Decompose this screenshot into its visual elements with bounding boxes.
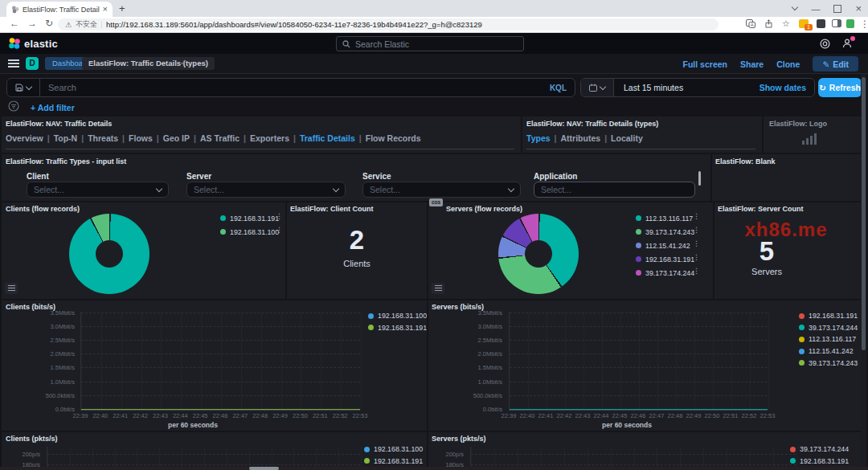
legend-options-icon[interactable]: ⋮: [276, 226, 283, 234]
legend-options-icon[interactable]: ⋮: [276, 212, 283, 220]
add-filter-button[interactable]: + Add filter: [31, 103, 75, 112]
browser-menu-icon[interactable]: ⋮: [860, 19, 868, 29]
query-search-input[interactable]: Search KQL: [6, 78, 575, 97]
legend-options-icon[interactable]: ⋮: [693, 226, 700, 234]
forward-icon[interactable]: →: [27, 18, 37, 28]
servers-donut-chart[interactable]: [498, 214, 579, 294]
window-maximize-icon[interactable]: [833, 5, 841, 13]
legend-item[interactable]: 39.173.174.244: [790, 443, 858, 456]
nav-link-geo-ip[interactable]: Geo IP: [163, 133, 190, 143]
legend-options-icon[interactable]: ⋮: [693, 239, 700, 247]
select-server[interactable]: Select...: [186, 182, 346, 198]
back-icon[interactable]: ←: [10, 18, 19, 28]
select-service[interactable]: Select...: [362, 182, 521, 198]
share-icon[interactable]: [764, 19, 773, 28]
select-application[interactable]: Select...: [534, 182, 695, 198]
clone-button[interactable]: Clone: [776, 59, 800, 69]
reload-icon[interactable]: ↻: [45, 18, 53, 28]
legend-toggle-button[interactable]: [432, 283, 444, 294]
vertical-scrollbar-thumb[interactable]: [862, 77, 866, 350]
legend-item[interactable]: 192.168.31.191: [368, 322, 427, 334]
nav-separator: |: [47, 133, 50, 143]
translate-icon[interactable]: A: [746, 19, 755, 28]
browser-tab[interactable]: ElastiFlow: Traffic Details (typ ×: [6, 2, 113, 17]
legend-item[interactable]: 192.168.31.191: [790, 456, 858, 468]
elastic-logo-icon[interactable]: [8, 37, 21, 50]
time-picker[interactable]: Last 15 minutes Show dates: [580, 78, 815, 97]
window-close-icon[interactable]: ×: [855, 2, 862, 14]
vertical-scrollbar[interactable]: [861, 74, 866, 467]
gridline-horizontal: [510, 326, 768, 327]
server-count-label: Servers: [714, 267, 819, 276]
legend-color-dot: [799, 360, 805, 366]
panel-client-count: ElastiFlow: Client Count 2 Clients: [287, 202, 427, 299]
legend-item[interactable]: 39.173.174.243⋮: [636, 225, 700, 239]
refresh-button[interactable]: ↻Refresh: [818, 78, 862, 97]
legend-options-icon[interactable]: ⋮: [693, 253, 700, 261]
legend-item[interactable]: 112.15.41.242: [799, 345, 866, 358]
nav-link-exporters[interactable]: Exporters: [250, 133, 289, 143]
nav-link-traffic-details[interactable]: Traffic Details: [300, 133, 355, 143]
time-range-label[interactable]: Last 15 minutes: [624, 83, 760, 92]
legend-item[interactable]: 112.15.41.242⋮: [636, 239, 700, 252]
clients-donut-chart[interactable]: [69, 214, 149, 294]
legend-item[interactable]: 39.173.174.244⋮: [636, 266, 700, 280]
tab-close-icon[interactable]: ×: [103, 5, 108, 14]
window-minimize-icon[interactable]: —: [811, 4, 820, 14]
legend-item[interactable]: 192.168.31.191⋮: [220, 211, 283, 225]
kql-button[interactable]: KQL: [550, 84, 567, 92]
nav-link-overview[interactable]: Overview: [6, 133, 43, 143]
nav-link-locality[interactable]: Locality: [611, 133, 643, 143]
nav-link-flows[interactable]: Flows: [129, 133, 153, 143]
legend-toggle-button[interactable]: [5, 283, 18, 294]
notification-dot: [850, 36, 855, 41]
select-client[interactable]: Select...: [27, 182, 169, 198]
window-chevron-icon[interactable]: [792, 4, 798, 10]
share-button[interactable]: Share: [740, 59, 764, 69]
nav-link-as-traffic[interactable]: AS Traffic: [200, 133, 240, 143]
saved-query-button[interactable]: [7, 79, 40, 96]
help-icon[interactable]: [820, 39, 830, 49]
servers-bits-plot[interactable]: [509, 312, 768, 411]
legend-item[interactable]: 192.168.31.100: [368, 310, 427, 322]
legend-item[interactable]: 39.173.174.243: [799, 357, 866, 369]
extension-green-icon[interactable]: [846, 19, 854, 28]
nav-link-threats[interactable]: Threats: [88, 133, 118, 143]
nav-link-types[interactable]: Types: [526, 133, 551, 143]
edit-button[interactable]: ✎Edit: [813, 56, 858, 72]
show-dates-button[interactable]: Show dates: [760, 83, 806, 92]
full-screen-button[interactable]: Full screen: [683, 59, 727, 69]
bookmark-star-icon[interactable]: ☆: [782, 19, 790, 28]
global-search-input[interactable]: Search Elastic: [336, 36, 524, 51]
legend-options-icon[interactable]: ⋮: [693, 267, 700, 275]
new-tab-button[interactable]: +: [119, 2, 125, 14]
menu-hamburger-icon[interactable]: [8, 59, 19, 67]
breadcrumb-current: ElastiFlow: Traffic Details (types): [82, 57, 215, 70]
extension-dark-icon[interactable]: [817, 19, 825, 28]
legend-item[interactable]: 112.13.116.117: [799, 333, 866, 345]
legend-item[interactable]: 192.168.31.191: [364, 456, 427, 468]
nav-link-top-n[interactable]: Top-N: [54, 133, 78, 143]
legend-item[interactable]: 192.168.31.191: [799, 310, 866, 322]
clients-bits-plot[interactable]: [80, 312, 360, 411]
app-badge[interactable]: D: [26, 57, 39, 70]
legend-options-icon[interactable]: ⋮: [693, 212, 700, 220]
url-bar[interactable]: ⚠ 不安全 http://192.168.31.189:5601/app/das…: [58, 18, 719, 31]
horizontal-scrollbar-thumb[interactable]: [249, 467, 279, 470]
legend-item[interactable]: 192.168.31.100: [364, 443, 427, 456]
gridline-horizontal: [471, 464, 796, 465]
legend-item[interactable]: 192.168.31.191⋮: [636, 252, 700, 266]
legend-label: 192.168.31.100: [374, 445, 423, 453]
side-panel-icon[interactable]: [832, 19, 841, 27]
calendar-button[interactable]: [581, 79, 614, 96]
legend-label: 112.13.116.117: [809, 335, 856, 343]
legend-item[interactable]: 112.13.116.117⋮: [636, 211, 700, 225]
nav-link-attributes[interactable]: Attributes: [561, 133, 601, 143]
client-count-value: 2: [287, 225, 427, 255]
legend-item[interactable]: 39.173.174.244: [799, 322, 866, 334]
panel-scrollbar-thumb[interactable]: [698, 171, 701, 186]
filter-icon[interactable]: [8, 100, 19, 112]
nav-link-flow-records[interactable]: Flow Records: [366, 133, 421, 143]
legend-item[interactable]: 192.168.31.100⋮: [220, 225, 283, 239]
y-axis-tick-label: 1.5Mbit/s: [51, 364, 75, 371]
